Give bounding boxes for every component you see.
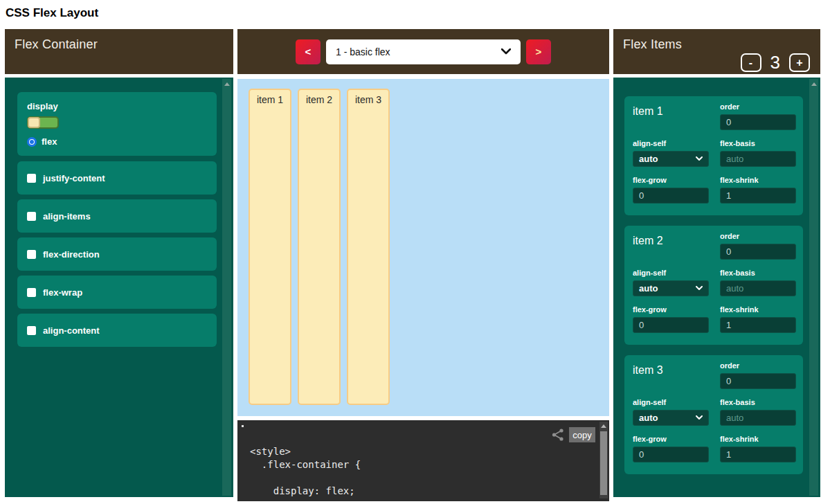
flex-shrink-field-group: flex-shrink bbox=[720, 305, 796, 333]
prop-label: align-content bbox=[43, 325, 100, 336]
align-self-label: align-self bbox=[633, 139, 709, 147]
prop-label: justify-content bbox=[43, 173, 105, 183]
chevron-down-icon bbox=[696, 415, 703, 420]
preset-select[interactable]: 1 - basic flex bbox=[326, 39, 521, 64]
flex-items-header: Flex Items - 3 + bbox=[613, 29, 820, 74]
align-self-label: align-self bbox=[633, 269, 709, 277]
toggle-knob bbox=[28, 117, 40, 128]
generated-css-code: <style> .flex-container { display: flex; bbox=[250, 445, 361, 498]
prop-label: flex-direction bbox=[43, 249, 100, 260]
flex-basis-field-group: flex-basis bbox=[720, 398, 796, 426]
display-card: display flex bbox=[17, 92, 217, 156]
flex-grow-input[interactable] bbox=[633, 188, 709, 204]
flex-basis-input[interactable] bbox=[720, 410, 796, 426]
item-count-stepper: - 3 + bbox=[741, 52, 810, 73]
flex-shrink-input[interactable] bbox=[720, 188, 796, 204]
flex-shrink-input[interactable] bbox=[720, 447, 796, 462]
code-panel: <style> .flex-container { display: flex;… bbox=[237, 420, 609, 501]
order-label: order bbox=[720, 232, 796, 240]
item-card-1: item 1 order align-self auto flex-basis bbox=[624, 96, 803, 215]
chevron-down-icon bbox=[696, 286, 703, 291]
add-item-button[interactable]: + bbox=[789, 53, 810, 72]
chevron-down-icon bbox=[501, 48, 511, 55]
flex-basis-field-group: flex-basis bbox=[720, 139, 796, 167]
copy-button[interactable]: copy bbox=[569, 427, 595, 442]
flex-radio-label: flex bbox=[42, 136, 57, 147]
flex-grow-label: flex-grow bbox=[633, 176, 709, 184]
order-input[interactable] bbox=[720, 373, 796, 389]
order-label: order bbox=[720, 361, 796, 370]
flex-items-title: Flex Items bbox=[623, 37, 682, 52]
display-label: display bbox=[27, 101, 207, 111]
prop-label: flex-wrap bbox=[43, 287, 82, 298]
checkbox-align-items[interactable] bbox=[27, 212, 36, 221]
align-self-field-group: align-self auto bbox=[633, 269, 709, 296]
checkbox-align-content[interactable] bbox=[27, 326, 36, 335]
scroll-up-icon[interactable] bbox=[811, 82, 817, 86]
flex-shrink-field-group: flex-shrink bbox=[720, 176, 796, 204]
remove-item-button[interactable]: - bbox=[741, 53, 761, 72]
flex-basis-input[interactable] bbox=[720, 280, 796, 296]
flex-shrink-label: flex-shrink bbox=[720, 305, 796, 314]
order-label: order bbox=[720, 102, 796, 111]
align-self-value: auto bbox=[639, 154, 658, 164]
flex-grow-field-group: flex-grow bbox=[633, 305, 709, 333]
align-self-select[interactable]: auto bbox=[633, 280, 709, 296]
scroll-up-icon[interactable] bbox=[601, 424, 606, 428]
checkbox-justify-content[interactable] bbox=[27, 174, 36, 183]
preset-select-value: 1 - basic flex bbox=[336, 46, 390, 57]
align-self-label: align-self bbox=[633, 398, 709, 406]
flex-container-panel: display flex justify-content align-items… bbox=[5, 78, 233, 497]
flex-basis-label: flex-basis bbox=[720, 139, 796, 147]
flex-grow-input[interactable] bbox=[633, 447, 709, 462]
preview-flex-item-1: item 1 bbox=[249, 89, 291, 405]
order-field-group: order bbox=[720, 232, 796, 260]
right-panel-scrollbar[interactable] bbox=[809, 79, 818, 496]
item-card-3: item 3 order align-self auto flex-basis bbox=[624, 355, 803, 474]
prop-card-justify-content: justify-content bbox=[17, 161, 217, 195]
checkbox-flex-direction[interactable] bbox=[27, 250, 36, 259]
flex-grow-input[interactable] bbox=[633, 317, 709, 333]
flex-grow-label: flex-grow bbox=[633, 305, 709, 314]
prop-card-align-content: align-content bbox=[17, 314, 217, 347]
next-preset-button[interactable]: > bbox=[526, 39, 551, 64]
order-input[interactable] bbox=[720, 244, 796, 260]
flex-grow-label: flex-grow bbox=[633, 435, 709, 443]
align-self-field-group: align-self auto bbox=[633, 139, 709, 167]
prop-label: align-items bbox=[43, 211, 91, 222]
flex-basis-input[interactable] bbox=[720, 151, 796, 167]
prop-card-align-items: align-items bbox=[17, 199, 217, 233]
scrollbar-thumb[interactable] bbox=[600, 431, 607, 495]
display-toggle[interactable] bbox=[27, 116, 59, 129]
flex-shrink-label: flex-shrink bbox=[720, 435, 796, 443]
flex-shrink-field-group: flex-shrink bbox=[720, 435, 796, 462]
prop-card-flex-wrap: flex-wrap bbox=[17, 276, 217, 309]
align-self-select[interactable]: auto bbox=[633, 410, 709, 426]
flex-container-title: Flex Container bbox=[15, 37, 98, 52]
code-scrollbar[interactable] bbox=[599, 422, 608, 498]
flex-shrink-input[interactable] bbox=[720, 317, 796, 333]
item-card-title: item 2 bbox=[633, 232, 709, 260]
prev-preset-button[interactable]: < bbox=[296, 39, 321, 64]
align-self-field-group: align-self auto bbox=[633, 398, 709, 426]
left-panel-scrollbar[interactable] bbox=[222, 79, 231, 496]
flex-container-header: Flex Container bbox=[5, 29, 233, 74]
flex-shrink-label: flex-shrink bbox=[720, 176, 796, 184]
flex-radio[interactable] bbox=[27, 137, 37, 147]
code-cursor-dot bbox=[242, 425, 244, 427]
flex-basis-label: flex-basis bbox=[720, 398, 796, 406]
flex-grow-field-group: flex-grow bbox=[633, 176, 709, 204]
align-self-select[interactable]: auto bbox=[633, 151, 709, 167]
item-card-title: item 1 bbox=[633, 102, 709, 130]
flex-container-preview: item 1 item 2 item 3 bbox=[237, 79, 609, 416]
flex-basis-label: flex-basis bbox=[720, 269, 796, 277]
scroll-up-icon[interactable] bbox=[224, 82, 230, 86]
page-title: CSS Flex Layout bbox=[6, 6, 98, 20]
item-card-title: item 3 bbox=[633, 361, 709, 389]
share-icon[interactable] bbox=[551, 428, 565, 442]
app-window: CSS Flex Layout Flex Container display f… bbox=[0, 0, 830, 504]
align-self-value: auto bbox=[639, 413, 658, 423]
order-input[interactable] bbox=[720, 114, 796, 130]
order-field-group: order bbox=[720, 361, 796, 389]
checkbox-flex-wrap[interactable] bbox=[27, 288, 36, 297]
